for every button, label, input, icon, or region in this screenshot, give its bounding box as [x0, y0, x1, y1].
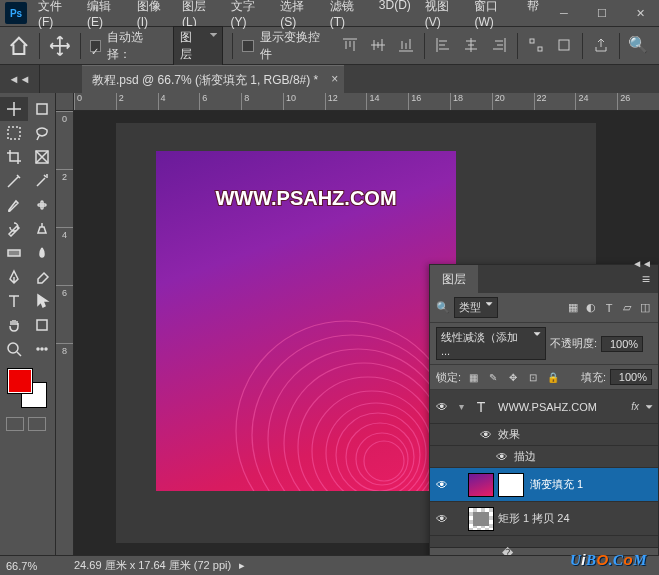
panel-menu-icon[interactable]: ≡ — [634, 271, 658, 287]
status-expand-icon[interactable]: ▸ — [239, 559, 245, 572]
align-vcenter-icon[interactable] — [365, 33, 391, 57]
layer-thumbnail[interactable] — [468, 473, 494, 497]
menu-file[interactable]: 文件(F) — [32, 0, 79, 33]
menu-help[interactable]: 帮 — [521, 0, 545, 33]
brush-tool[interactable] — [0, 193, 28, 217]
expand-icon[interactable]: ▾ — [454, 401, 468, 412]
layers-tab[interactable]: 图层 — [430, 265, 478, 294]
frame-tool[interactable] — [28, 145, 56, 169]
menu-window[interactable]: 窗口(W) — [468, 0, 519, 33]
align-left-icon[interactable] — [430, 33, 456, 57]
lock-label: 锁定: — [436, 370, 461, 385]
close-button[interactable]: ✕ — [621, 0, 659, 27]
opacity-input[interactable]: 100% — [601, 336, 643, 352]
show-transform-checkbox[interactable] — [242, 40, 254, 52]
visibility-icon[interactable]: 👁 — [430, 400, 454, 414]
lock-position-icon[interactable]: ✥ — [505, 370, 521, 384]
pen-tool[interactable] — [0, 265, 28, 289]
layer-stroke-effect[interactable]: 👁 描边 — [430, 446, 658, 468]
visibility-icon[interactable]: 👁 — [430, 478, 454, 492]
filter-kind-select[interactable]: 类型 — [454, 297, 498, 318]
crop-tool[interactable] — [0, 145, 28, 169]
healing-tool[interactable] — [28, 193, 56, 217]
layer-gradient-fill[interactable]: 👁 渐变填充 1 — [430, 468, 658, 502]
document-tab[interactable]: 教程.psd @ 66.7% (渐变填充 1, RGB/8#) * × — [82, 65, 344, 93]
layer-name[interactable]: 矩形 1 拷贝 24 — [498, 511, 658, 526]
search-icon[interactable]: 🔍 — [625, 33, 651, 57]
zoom-value[interactable]: 66.7% — [6, 560, 66, 572]
eyedropper-tool[interactable] — [0, 169, 28, 193]
filter-smart-icon[interactable]: ◫ — [638, 301, 652, 315]
distribute-icon[interactable] — [523, 33, 549, 57]
menu-view[interactable]: 视图(V) — [419, 0, 467, 33]
ruler-origin[interactable] — [56, 93, 74, 111]
visibility-icon[interactable]: 👁 — [474, 428, 498, 442]
close-tab-icon[interactable]: × — [331, 72, 338, 86]
ruler-vertical[interactable]: 0 2 4 6 8 — [56, 111, 74, 555]
lock-transparency-icon[interactable]: ▦ — [465, 370, 481, 384]
zoom-tool[interactable] — [0, 337, 28, 361]
lock-pixels-icon[interactable]: ✎ — [485, 370, 501, 384]
move-tool[interactable] — [0, 97, 28, 121]
marquee-tool[interactable] — [0, 121, 28, 145]
doc-dimensions[interactable]: 24.69 厘米 x 17.64 厘米 (72 ppi) — [74, 558, 231, 573]
layer-mask-thumbnail[interactable] — [498, 473, 524, 497]
menu-3d[interactable]: 3D(D) — [373, 0, 417, 33]
clone-stamp-tool[interactable] — [28, 217, 56, 241]
lasso-tool[interactable] — [28, 121, 56, 145]
minimize-button[interactable]: ─ — [545, 0, 583, 27]
artboard-tool[interactable] — [28, 97, 56, 121]
auto-select-target[interactable]: 图层 — [173, 26, 223, 66]
3d-mode-icon[interactable] — [551, 33, 577, 57]
align-bottom-icon[interactable] — [393, 33, 419, 57]
filter-pixel-icon[interactable]: ▦ — [566, 301, 580, 315]
foreground-color[interactable] — [8, 369, 32, 393]
effects-label: 效果 — [498, 427, 658, 442]
blend-mode-select[interactable]: 线性减淡（添加 ... — [436, 327, 546, 360]
layer-text[interactable]: 👁 ▾ T WWW.PSAHZ.COM fx ⏷ — [430, 390, 658, 424]
layer-name[interactable]: 渐变填充 1 — [530, 477, 658, 492]
maximize-button[interactable]: ☐ — [583, 0, 621, 27]
screen-mode-icon[interactable] — [28, 417, 46, 431]
shape-tool[interactable] — [28, 313, 56, 337]
filter-type-icon[interactable]: T — [602, 301, 616, 315]
lock-all-icon[interactable]: 🔒 — [545, 370, 561, 384]
filter-adjustment-icon[interactable]: ◐ — [584, 301, 598, 315]
artboard[interactable]: WWW.PSAHZ.COM — [156, 151, 456, 491]
path-selection-tool[interactable] — [28, 289, 56, 313]
ruler-horizontal[interactable]: 0 2 4 6 8 10 12 14 16 18 20 22 24 26 — [74, 93, 659, 111]
layers-panel: ◄◄ 图层 ≡ 🔍 类型 ▦ ◐ T ▱ ◫ 线性减淡（添加 ... 不透明度:… — [429, 264, 659, 574]
share-icon[interactable] — [588, 33, 614, 57]
align-right-icon[interactable] — [486, 33, 512, 57]
home-icon[interactable] — [8, 35, 30, 57]
layer-thumbnail[interactable] — [468, 507, 494, 531]
lock-artboard-icon[interactable]: ⊡ — [525, 370, 541, 384]
paint-bucket-tool[interactable] — [28, 241, 56, 265]
eraser-tool[interactable] — [28, 265, 56, 289]
toolbox-collapse-icon[interactable]: ◄◄ — [0, 65, 40, 93]
visibility-icon[interactable]: 👁 — [490, 450, 514, 464]
type-tool[interactable] — [0, 289, 28, 313]
color-swatches[interactable] — [8, 369, 48, 409]
fill-input[interactable]: 100% — [610, 369, 652, 385]
filter-shape-icon[interactable]: ▱ — [620, 301, 634, 315]
window-controls: ─ ☐ ✕ — [545, 0, 659, 27]
auto-select-checkbox[interactable] — [90, 40, 102, 52]
align-hcenter-icon[interactable] — [458, 33, 484, 57]
layer-effects[interactable]: 👁 效果 — [430, 424, 658, 446]
visibility-icon[interactable]: 👁 — [430, 512, 454, 526]
layer-rect-copy[interactable]: 👁 矩形 1 拷贝 24 — [430, 502, 658, 536]
more-tools[interactable] — [28, 337, 56, 361]
fx-badge[interactable]: fx — [631, 401, 639, 412]
move-tool-icon[interactable] — [49, 35, 71, 57]
layer-name[interactable]: WWW.PSAHZ.COM — [498, 401, 631, 413]
magic-wand-tool[interactable] — [28, 169, 56, 193]
align-top-icon[interactable] — [337, 33, 363, 57]
blend-opacity-row: 线性减淡（添加 ... 不透明度: 100% — [430, 323, 658, 365]
hand-tool[interactable] — [0, 313, 28, 337]
quick-mask-icon[interactable] — [6, 417, 24, 431]
gradient-tool[interactable] — [0, 241, 28, 265]
fx-expand-icon[interactable]: ⏷ — [645, 402, 654, 412]
history-brush-tool[interactable] — [0, 217, 28, 241]
panel-collapse-icon[interactable]: ◄◄ — [632, 258, 652, 269]
